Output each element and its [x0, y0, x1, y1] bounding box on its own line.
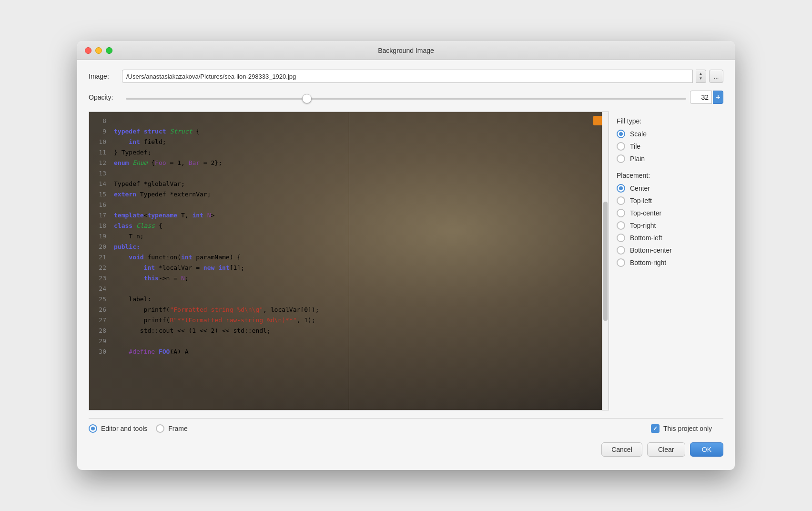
code-line-27: printf(R"**(Formatted raw-string %d\n)**…: [114, 315, 603, 326]
placement-bottomleft-option[interactable]: Bottom-left: [617, 234, 716, 242]
fill-plain-option[interactable]: Plain: [617, 154, 716, 163]
placement-bottomright-option[interactable]: Bottom-right: [617, 258, 716, 267]
placement-bottomleft-label: Bottom-left: [630, 234, 662, 242]
placement-topleft-radio[interactable]: [617, 196, 625, 205]
image-path-input[interactable]: [122, 70, 693, 83]
maximize-button[interactable]: [106, 47, 112, 54]
spinner-up-icon: ▲: [699, 72, 703, 76]
placement-center-label: Center: [630, 184, 650, 192]
image-row: Image: ▲ ▼ ...: [89, 70, 723, 83]
fill-tile-label: Tile: [630, 143, 640, 150]
apply-frame-option[interactable]: Frame: [156, 424, 187, 433]
apply-editor-tools-radio[interactable]: [89, 424, 97, 433]
placement-topcenter-label: Top-center: [630, 209, 661, 217]
apply-frame-radio[interactable]: [156, 424, 164, 433]
code-line-11: } Typedef;: [114, 147, 603, 158]
code-line-24: [114, 284, 603, 294]
placement-label: Placement:: [617, 172, 716, 179]
opacity-row: Opacity: +: [89, 91, 723, 104]
project-only-label: This project only: [663, 425, 712, 432]
fill-tile-radio[interactable]: [617, 142, 625, 151]
main-content: 8 9 10 11 12 13 14 15 16 17 18 19 20 21: [89, 112, 723, 410]
window-controls: [85, 47, 112, 54]
clear-button[interactable]: Clear: [647, 442, 685, 457]
code-line-30: #define FOO(A) A: [114, 347, 603, 357]
fill-plain-radio[interactable]: [617, 154, 625, 163]
code-editor: 8 9 10 11 12 13 14 15 16 17 18 19 20 21: [89, 112, 609, 410]
slider-container: [122, 93, 690, 102]
fill-type-group: Scale Tile Plain: [617, 130, 716, 163]
placement-bottomleft-radio[interactable]: [617, 234, 625, 242]
code-line-28: std::cout << (1 << 2) << std::endl;: [114, 326, 603, 336]
browse-button[interactable]: ...: [709, 70, 723, 83]
fill-scale-option[interactable]: Scale: [617, 130, 716, 138]
placement-bottomright-label: Bottom-right: [630, 259, 666, 266]
code-line-15: extern Typedef *externVar;: [114, 189, 603, 200]
code-line-19: T n;: [114, 231, 603, 242]
project-only-checkbox[interactable]: [651, 424, 660, 433]
apply-editor-tools-label: Editor and tools: [101, 425, 147, 432]
fill-plain-label: Plain: [630, 155, 645, 163]
sidebar-panel: Fill type: Scale Tile Plain: [609, 112, 723, 410]
minimize-button[interactable]: [95, 47, 102, 54]
action-buttons: Cancel Clear OK: [89, 437, 723, 460]
apply-editor-tools-option[interactable]: Editor and tools: [89, 424, 147, 433]
placement-group: Center Top-left Top-center Top-right: [617, 184, 716, 267]
code-line-13: [114, 168, 603, 179]
cancel-button[interactable]: Cancel: [601, 442, 642, 457]
placement-bottomcenter-option[interactable]: Bottom-center: [617, 246, 716, 255]
code-line-22: int *localVar = new int[1];: [114, 263, 603, 273]
code-line-12: enum Enum {Foo = 1, Bar = 2};: [114, 158, 603, 168]
placement-bottomright-radio[interactable]: [617, 258, 625, 267]
apply-frame-label: Frame: [168, 425, 187, 432]
preview-area: 8 9 10 11 12 13 14 15 16 17 18 19 20 21: [89, 112, 609, 410]
placement-topcenter-option[interactable]: Top-center: [617, 209, 716, 217]
placement-topright-radio[interactable]: [617, 221, 625, 230]
opacity-plus-button[interactable]: +: [713, 91, 723, 104]
apply-to-group: Editor and tools Frame: [89, 424, 651, 433]
titlebar: Background Image: [77, 41, 735, 60]
code-line-21: void function(int paramName) {: [114, 252, 603, 263]
fill-scale-label: Scale: [630, 130, 647, 138]
dialog-body: Image: ▲ ▼ ... Opacity: +: [77, 60, 735, 470]
fill-tile-option[interactable]: Tile: [617, 142, 716, 151]
placement-topright-option[interactable]: Top-right: [617, 221, 716, 230]
opacity-input[interactable]: [690, 91, 712, 104]
close-button[interactable]: [85, 47, 91, 54]
code-line-16: [114, 200, 603, 210]
placement-topright-label: Top-right: [630, 222, 656, 229]
fill-scale-radio[interactable]: [617, 130, 625, 138]
code-line-26: printf("Formatted string %d\n\g", localV…: [114, 305, 603, 315]
scrollbar[interactable]: [602, 112, 609, 410]
code-line-17: template<typename T, int N>: [114, 210, 603, 221]
code-line-25: label:: [114, 294, 603, 305]
placement-bottomcenter-radio[interactable]: [617, 246, 625, 255]
scrollbar-thumb[interactable]: [603, 202, 608, 321]
code-content: typedef struct Struct { int field; } Typ…: [108, 112, 609, 410]
fill-type-label: Fill type:: [617, 117, 716, 125]
opacity-value-container: +: [690, 91, 723, 104]
spinner-down-icon: ▼: [699, 77, 703, 81]
dialog-title: Background Image: [378, 47, 434, 54]
code-line-20: public:: [114, 242, 603, 252]
code-line-23: this->n = N;: [114, 273, 603, 284]
path-spinner[interactable]: ▲ ▼: [696, 70, 706, 83]
placement-bottomcenter-label: Bottom-center: [630, 246, 672, 254]
placement-topleft-label: Top-left: [630, 197, 652, 204]
placement-topcenter-radio[interactable]: [617, 209, 625, 217]
background-image-dialog: Background Image Image: ▲ ▼ ... Opacity:: [77, 41, 735, 470]
line-numbers: 8 9 10 11 12 13 14 15 16 17 18 19 20 21: [89, 112, 108, 410]
code-line-18: class Class {: [114, 221, 603, 231]
opacity-slider[interactable]: [126, 98, 686, 100]
bottom-row: Editor and tools Frame This project only: [89, 418, 723, 437]
code-line-9: typedef struct Struct {: [114, 126, 603, 137]
image-label: Image:: [89, 72, 122, 80]
code-line-10: int field;: [114, 137, 603, 147]
placement-center-option[interactable]: Center: [617, 184, 716, 193]
ok-button[interactable]: OK: [690, 442, 723, 457]
code-line-29: [114, 336, 603, 347]
placement-topleft-option[interactable]: Top-left: [617, 196, 716, 205]
code-line-14: Typedef *globalVar;: [114, 179, 603, 189]
placement-center-radio[interactable]: [617, 184, 625, 193]
image-input-container: ▲ ▼ ...: [122, 70, 723, 83]
